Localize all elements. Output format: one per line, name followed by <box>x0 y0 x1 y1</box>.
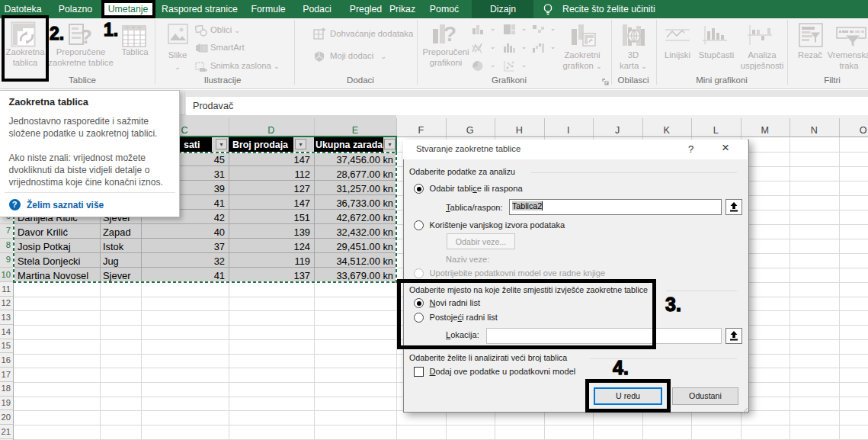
svg-text:?: ? <box>80 25 92 48</box>
svg-text:?: ? <box>444 22 456 46</box>
